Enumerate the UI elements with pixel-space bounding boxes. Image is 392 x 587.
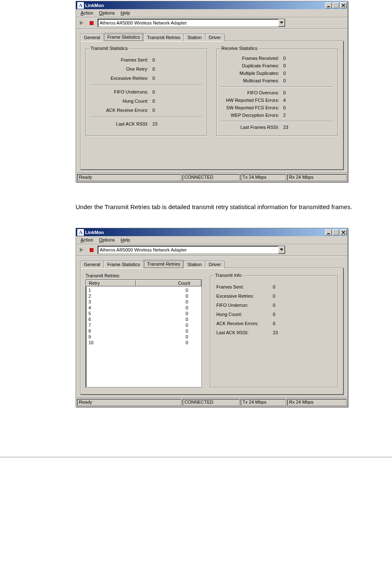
svg-marker-11	[280, 249, 283, 251]
value-frames-sent: 0	[152, 57, 203, 62]
label-ti-excessive: Excessive Retries:	[215, 294, 273, 298]
svg-marker-5	[280, 22, 283, 24]
toolbar: Atheros AR5000 Wireless Network Adapter	[76, 17, 348, 29]
value-fifo-overruns: 0	[283, 90, 333, 95]
adapter-dropdown[interactable]: Atheros AR5000 Wireless Network Adapter	[98, 246, 285, 254]
value-ack-receive-errors: 0	[152, 108, 203, 113]
menu-options[interactable]: Options	[96, 237, 118, 243]
value-hw-fcs-errors: 4	[283, 98, 333, 103]
column-count[interactable]: Count	[136, 280, 201, 286]
titlebar[interactable]: A LinkMon	[76, 228, 348, 236]
maximize-button[interactable]	[333, 229, 339, 235]
value-fifo-underruns: 0	[152, 89, 203, 94]
label-ti-hung: Hung Count:	[215, 312, 273, 317]
value-duplicate-frames: 0	[283, 63, 333, 68]
label-fifo-underruns: FIFO Underruns:	[90, 89, 152, 94]
caption-text: Under the Transmit Retries tab is detail…	[76, 203, 375, 211]
cell-count: 0	[137, 316, 199, 322]
label-duplicate-frames: Duplicate Frames:	[221, 63, 283, 68]
statusbar: Ready CONNECTED Tx 24 Mbps Rx 24 Mbps	[76, 397, 348, 407]
cell-count: 0	[137, 299, 199, 305]
label-ti-ack: ACK Receive Errors:	[215, 321, 273, 326]
legend-receive: Receive Statistics	[220, 46, 259, 51]
window-title: LinkMon	[85, 230, 325, 235]
chevron-down-icon[interactable]	[278, 19, 285, 27]
value-ti-excessive: 0	[273, 294, 289, 298]
value-frames-received: 0	[283, 56, 333, 61]
list-item[interactable]: 10	[87, 287, 201, 293]
cell-count: 0	[137, 311, 199, 316]
tab-transmit-retries[interactable]: Transmit Retries	[143, 260, 184, 269]
cell-retry: 2	[88, 293, 137, 299]
tab-frame-statistics[interactable]: Frame Statistics	[103, 261, 144, 268]
label-frames-sent: Frames Sent:	[90, 57, 152, 62]
value-last-ack-rssi: 23	[152, 121, 203, 126]
value-wep-errors: 2	[283, 113, 333, 118]
value-one-retry: 0	[152, 67, 203, 72]
play-icon[interactable]	[78, 246, 85, 254]
label-frames-received: Frames Received:	[221, 56, 283, 61]
value-multicast-frames: 0	[283, 78, 333, 83]
minimize-button[interactable]	[325, 2, 332, 8]
cell-retry: 7	[88, 322, 137, 328]
label-one-retry: One Retry:	[90, 67, 152, 72]
label-multicast-frames: Multicast Frames:	[221, 78, 283, 83]
menu-help[interactable]: Help	[118, 10, 133, 16]
stop-icon[interactable]	[88, 246, 95, 254]
retries-listview[interactable]: Retry Count 102030405060708090100	[86, 279, 202, 387]
list-item[interactable]: 60	[87, 316, 201, 322]
close-button[interactable]	[340, 229, 347, 235]
label-wep-errors: WEP Decryption Errors:	[221, 113, 283, 118]
menu-options[interactable]: Options	[96, 10, 118, 16]
cell-retry: 3	[88, 299, 137, 305]
menu-action[interactable]: Action	[78, 237, 96, 243]
list-item[interactable]: 50	[87, 311, 201, 316]
tab-station[interactable]: Station	[184, 261, 205, 268]
chevron-down-icon[interactable]	[278, 246, 285, 254]
list-item[interactable]: 20	[87, 293, 201, 299]
label-sw-fcs-errors: SW Reported FCS Errors:	[221, 105, 283, 110]
column-retry[interactable]: Retry	[86, 280, 136, 286]
tab-driver[interactable]: Driver	[205, 261, 225, 268]
value-ti-ack: 0	[273, 321, 289, 326]
tab-frame-statistics[interactable]: Frame Statistics	[103, 33, 144, 42]
value-ti-frames-sent: 0	[273, 284, 289, 289]
toolbar: Atheros AR5000 Wireless Network Adapter	[76, 244, 348, 256]
tab-general[interactable]: General	[80, 261, 104, 268]
cell-retry: 6	[88, 316, 137, 322]
cell-count: 0	[137, 328, 199, 334]
menu-action[interactable]: Action	[78, 10, 96, 16]
titlebar[interactable]: A LinkMon	[76, 1, 348, 9]
label-hw-fcs-errors: HW Reported FCS Errors:	[221, 98, 283, 103]
group-transmit-info: Transmit Info Frames Sent:0 Excessive Re…	[210, 276, 338, 387]
svg-rect-0	[327, 6, 330, 7]
close-button[interactable]	[340, 2, 347, 8]
tab-general[interactable]: General	[80, 34, 104, 41]
listview-body: 102030405060708090100	[86, 286, 201, 387]
list-item[interactable]: 30	[87, 299, 201, 305]
tab-transmit-retries[interactable]: Transmit Retries	[143, 34, 184, 41]
menu-help[interactable]: Help	[118, 237, 133, 243]
list-item[interactable]: 100	[87, 340, 201, 345]
list-item[interactable]: 70	[87, 322, 201, 328]
legend-transmit-info: Transmit Info	[214, 273, 243, 278]
list-item[interactable]: 80	[87, 328, 201, 334]
minimize-button[interactable]	[325, 229, 332, 235]
transmit-retries-caption: Transmit Retries:	[86, 273, 202, 278]
value-ti-fifo: 0	[273, 303, 289, 308]
adapter-dropdown[interactable]: Atheros AR5000 Wireless Network Adapter	[98, 19, 285, 27]
stop-icon[interactable]	[88, 19, 95, 27]
svg-rect-6	[327, 233, 330, 234]
list-item[interactable]: 40	[87, 305, 201, 311]
label-multiple-duplicates: Multiple Duplicates:	[221, 71, 283, 76]
adapter-dropdown-value: Atheros AR5000 Wireless Network Adapter	[100, 247, 278, 252]
maximize-button[interactable]	[333, 2, 339, 8]
play-icon[interactable]	[78, 19, 85, 27]
tab-station[interactable]: Station	[184, 34, 205, 41]
value-excessive-retries: 0	[152, 76, 203, 81]
tab-driver[interactable]: Driver	[205, 34, 225, 41]
status-tx: Tx 24 Mbps	[240, 399, 286, 406]
cell-count: 0	[137, 334, 199, 340]
cell-retry: 8	[88, 328, 137, 334]
list-item[interactable]: 90	[87, 334, 201, 340]
